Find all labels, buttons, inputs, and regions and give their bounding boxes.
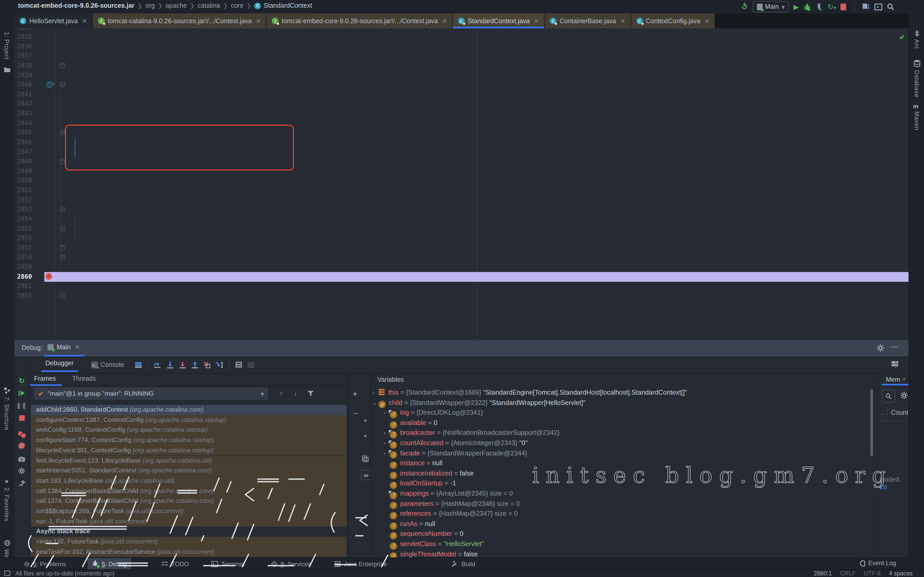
- line-number[interactable]: 2847: [15, 147, 32, 157]
- variable-row[interactable]: ›flog = {DirectJDKLog@2341}: [384, 408, 483, 417]
- code-line[interactable]: 2842: [15, 99, 908, 109]
- line-number[interactable]: 2838: [15, 61, 32, 71]
- line-number[interactable]: 2861: [15, 281, 32, 291]
- variable-row[interactable]: fmappings = {ArrayList@2345} size = 0: [384, 488, 513, 498]
- variable-row[interactable]: ⌄pchild = {StandardWrapper@2322} "Standa…: [372, 398, 585, 408]
- close-icon[interactable]: ✕: [534, 17, 539, 24]
- code-editor[interactable]: 28342835283628372838^28392840O–284128422…: [15, 28, 908, 340]
- line-number[interactable]: 2837: [15, 51, 32, 61]
- scroll-down-icon[interactable]: ▼: [363, 434, 368, 439]
- line-number[interactable]: 2845: [15, 128, 32, 138]
- code-line[interactable]: 2853–: [15, 205, 908, 214]
- editor-tab[interactable]: CContextConfig.java✕: [631, 13, 715, 28]
- inspection-ok-icon[interactable]: ✔: [899, 34, 905, 41]
- toolwindow-button-todo[interactable]: TODO: [157, 558, 193, 570]
- tab-frames[interactable]: Frames: [34, 375, 56, 382]
- stop-icon[interactable]: [15, 413, 29, 423]
- line-number[interactable]: 2858: [15, 253, 32, 263]
- run-anything-icon[interactable]: [874, 3, 882, 10]
- rerun-button[interactable]: ↻▾: [827, 3, 836, 11]
- fold-marker[interactable]: ^: [60, 63, 65, 68]
- view-breakpoints-icon[interactable]: [15, 429, 29, 440]
- line-number[interactable]: 2843: [15, 109, 32, 118]
- close-icon[interactable]: ✕: [82, 17, 87, 24]
- stack-frame-row[interactable]: lifecycleEvent:301, ContextConfig (org.a…: [31, 446, 347, 456]
- tab-debugger[interactable]: Debugger: [45, 359, 74, 370]
- toolwindow-button----debug[interactable]: 5: Debug: [88, 558, 131, 570]
- memory-search-button[interactable]: [882, 390, 895, 403]
- debug-session-tab[interactable]: Main ✕: [47, 343, 80, 351]
- sidebar-item-structure[interactable]: 7: Structure: [3, 397, 10, 430]
- line-number[interactable]: 2842: [15, 99, 32, 109]
- sidebar-item-database[interactable]: Database: [914, 70, 920, 97]
- code-line[interactable]: 2835: [15, 32, 908, 42]
- line-number[interactable]: 2856: [15, 234, 32, 243]
- stack-frame-row[interactable]: call:1374, ContainerBase$StartChild (org…: [31, 496, 347, 506]
- evaluate-expression-icon[interactable]: [233, 359, 245, 371]
- tree-chevron-icon[interactable]: ›: [384, 429, 390, 438]
- line-number[interactable]: 2854: [15, 214, 32, 224]
- code-line[interactable]: 2855–: [15, 224, 908, 234]
- stack-frame-row[interactable]: newTaskFor:102, AbstractExecutorService …: [31, 547, 347, 557]
- breadcrumb[interactable]: tomcat-embed-core-9.0.26-sources.jar ❯or…: [18, 2, 312, 9]
- variables-scrollbar[interactable]: [871, 389, 873, 456]
- memory-settings-gear-icon[interactable]: [900, 392, 908, 399]
- remove-watch-button[interactable]: −: [353, 409, 358, 418]
- line-number[interactable]: 2834: [15, 28, 32, 32]
- pause-icon[interactable]: ❚❚: [15, 400, 29, 411]
- line-number[interactable]: 2839: [15, 70, 32, 80]
- copy-stack-icon[interactable]: [362, 455, 369, 462]
- variable-row[interactable]: favailable = 0: [384, 418, 437, 428]
- stack-frame-row[interactable]: addChild:2860, StandardContext (org.apac…: [31, 405, 347, 415]
- breadcrumb-item[interactable]: catalina: [198, 2, 220, 9]
- variable-row[interactable]: ›ffacade = {StandardWrapperFacade@2344}: [384, 448, 527, 458]
- code-line[interactable]: 2836: [15, 42, 908, 51]
- stack-frame-row[interactable]: webConfig:1168, ContextConfig (org.apach…: [31, 425, 347, 435]
- code-line[interactable]: 2851: [15, 185, 908, 195]
- step-over-icon[interactable]: [164, 359, 176, 371]
- variable-row[interactable]: ›fcountAllocated = {AtomicInteger@2343} …: [384, 438, 528, 448]
- caret-position[interactable]: 2860:1: [814, 570, 832, 577]
- line-number[interactable]: 2851: [15, 185, 32, 195]
- line-number[interactable]: 2835: [15, 32, 32, 42]
- tree-chevron-icon[interactable]: ›: [372, 388, 378, 398]
- add-watch-button[interactable]: +: [353, 390, 358, 399]
- tab-console[interactable]: ▸_ Console: [91, 361, 124, 368]
- line-number[interactable]: 2849: [15, 166, 32, 176]
- stack-frame-row[interactable]: run$$$capture:266, FutureTask (java.util…: [31, 506, 347, 516]
- toolwindow-button-build[interactable]: Build: [447, 558, 479, 570]
- line-number[interactable]: 2853: [15, 205, 32, 214]
- tree-chevron-icon[interactable]: ›: [384, 448, 390, 459]
- line-number[interactable]: 2848: [15, 156, 32, 166]
- code-line[interactable]: 2840O–: [15, 80, 908, 90]
- run-to-cursor-icon[interactable]: [213, 359, 226, 371]
- tree-chevron-icon[interactable]: ⌄: [372, 398, 378, 408]
- code-line[interactable]: 2854: [15, 214, 908, 224]
- encoding[interactable]: UTF-8: [864, 570, 881, 577]
- resume-icon[interactable]: [15, 388, 29, 398]
- show-execution-point-icon[interactable]: [152, 359, 164, 371]
- tab-memory[interactable]: Mem: [886, 376, 900, 383]
- line-number[interactable]: 2857: [15, 243, 32, 253]
- debug-settings-gear-icon[interactable]: [877, 344, 884, 352]
- stack-frame-row[interactable]: <init>:132, FutureTask (java.util.concur…: [31, 537, 347, 547]
- line-number[interactable]: 2841: [15, 90, 32, 100]
- thread-dump-camera-icon[interactable]: [15, 454, 29, 464]
- variable-row[interactable]: floadOnStartup = -1: [384, 478, 456, 488]
- restore-layout-icon[interactable]: [891, 361, 899, 368]
- line-number[interactable]: 2840: [15, 80, 32, 90]
- breadcrumb-item[interactable]: org: [145, 2, 155, 9]
- code-line[interactable]: 2858^: [15, 253, 908, 263]
- code-line[interactable]: 2857^: [15, 243, 908, 253]
- line-number[interactable]: 2836: [15, 42, 32, 51]
- code-line[interactable]: 2856: [15, 234, 908, 243]
- line-number[interactable]: 2850: [15, 176, 32, 186]
- sidebar-item-favorites[interactable]: 2: Favorites: [3, 487, 10, 521]
- variable-row[interactable]: freferences = {HashMap@2347} size = 0: [384, 508, 518, 519]
- editor-tab[interactable]: CHelloServlet.java✕: [15, 13, 93, 28]
- close-icon[interactable]: ✕: [620, 17, 625, 24]
- code-line[interactable]: 2838^: [15, 61, 908, 71]
- code-line[interactable]: 2862–: [15, 291, 908, 301]
- tab-threads[interactable]: Threads: [72, 375, 96, 382]
- memory-count-header[interactable]: Count: [891, 409, 908, 416]
